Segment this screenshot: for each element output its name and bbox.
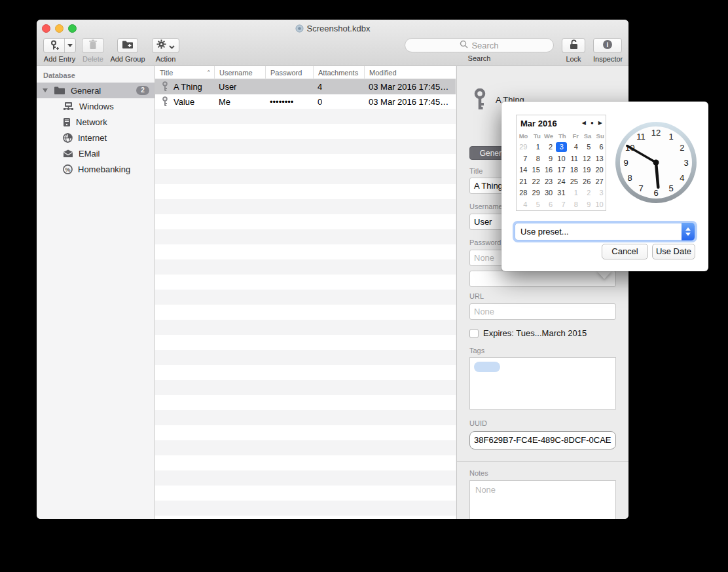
calendar-day[interactable]: 4 (568, 142, 581, 153)
sidebar-item-label: Network (76, 117, 107, 127)
url-field[interactable]: None (469, 303, 616, 320)
calendar-day[interactable]: 2 (543, 142, 555, 153)
calendar-day[interactable]: 26 (581, 176, 593, 188)
calendar-day[interactable]: 7 (517, 153, 530, 165)
sidebar-item-internet[interactable]: Internet (37, 130, 155, 145)
delete-button[interactable] (82, 38, 104, 53)
calendar-day[interactable]: 9 (543, 153, 555, 165)
calendar-day[interactable]: 19 (581, 164, 593, 176)
column-header-username[interactable]: Username (214, 66, 265, 79)
entry-row-value[interactable]: ValueMe••••••••003 Mar 2016 17:45… (155, 94, 456, 109)
calendar-day[interactable]: 31 (555, 187, 568, 199)
action-label: Action (152, 55, 179, 63)
calendar-day[interactable]: 27 (593, 176, 606, 188)
preset-select[interactable]: Use preset... (515, 223, 695, 240)
entry-key-icon (471, 88, 488, 115)
sidebar-item-label: EMail (79, 149, 100, 159)
add-entry-key-icon[interactable] (44, 39, 64, 52)
column-header-attachments[interactable]: Attachments (313, 66, 364, 79)
calendar-day[interactable]: 20 (593, 164, 606, 176)
password-repeat-field[interactable] (469, 271, 616, 287)
sidebar-section-header: Database (43, 71, 75, 79)
calendar-day[interactable]: 18 (568, 164, 581, 176)
column-header-password[interactable]: Password (265, 66, 313, 79)
calendar-day[interactable]: 6 (543, 199, 555, 211)
calendar-day[interactable]: 12 (581, 153, 593, 165)
notes-label: Notes (469, 469, 488, 477)
calendar-day[interactable]: 17 (555, 164, 568, 176)
calendar-day[interactable]: 22 (530, 176, 542, 188)
cancel-button[interactable]: Cancel (602, 244, 648, 259)
calendar-day[interactable]: 5 (581, 142, 593, 153)
entry-row-a-thing[interactable]: A ThingUser403 Mar 2016 17:45… (155, 79, 456, 94)
calendar-day[interactable]: 2 (581, 187, 593, 199)
calendar-day[interactable]: 29 (530, 187, 542, 199)
add-entry-dropdown[interactable] (64, 39, 75, 52)
use-date-button[interactable]: Use Date (652, 244, 695, 259)
calendar-day[interactable]: 8 (530, 153, 542, 165)
calendar-day[interactable]: 10 (555, 153, 568, 165)
entry-attachments: 4 (318, 79, 322, 94)
calendar-day[interactable]: 1 (530, 142, 542, 153)
column-header-modified[interactable]: Modified (364, 66, 456, 79)
entry-title: Value (173, 94, 194, 109)
calendar-next-button[interactable]: ▶ (598, 120, 602, 126)
clock-numeral: 2 (680, 143, 684, 153)
calendar-day-selected[interactable]: 3 (555, 142, 568, 153)
tag-token[interactable] (474, 362, 500, 372)
sidebar-item-homebanking[interactable]: %Homebanking (37, 161, 155, 177)
calendar-day[interactable]: 9 (581, 199, 593, 211)
uuid-field[interactable]: 38F629B7-FC4E-489C-8DCF-0CAE (469, 431, 616, 449)
info-icon: i (602, 39, 613, 52)
lock-button[interactable] (562, 38, 585, 53)
add-group-label: Add Group (108, 55, 147, 63)
calendar-today-button[interactable]: ● (591, 120, 594, 126)
calendar-day[interactable]: 29 (517, 142, 530, 153)
tags-field[interactable] (469, 357, 616, 410)
calendar-day[interactable]: 16 (543, 164, 555, 176)
uuid-label: UUID (469, 419, 487, 427)
entry-list-background[interactable] (155, 109, 456, 519)
action-button[interactable] (152, 38, 179, 53)
inspector-button[interactable]: i (593, 38, 622, 53)
calendar-day[interactable]: 14 (517, 164, 530, 176)
calendar-day[interactable]: 11 (568, 153, 581, 165)
sidebar-item-network[interactable]: Network (37, 114, 155, 130)
add-entry-button[interactable] (43, 38, 76, 53)
calendar-day[interactable]: 10 (593, 199, 606, 211)
entry-attachments: 0 (318, 94, 322, 109)
entry-username: User (219, 79, 236, 94)
document-proxy-icon[interactable] (295, 24, 304, 35)
calendar-day[interactable]: 6 (593, 142, 606, 153)
add-group-button[interactable] (117, 38, 138, 53)
calendar-day[interactable]: 30 (543, 187, 555, 199)
expires-checkbox[interactable] (469, 329, 479, 338)
calendar-day[interactable]: 7 (555, 199, 568, 211)
sidebar-item-general[interactable]: General 2 (37, 83, 155, 98)
clock-center (653, 160, 659, 166)
calendar-day[interactable]: 15 (530, 164, 542, 176)
calendar-day[interactable]: 24 (555, 176, 568, 188)
calendar-day[interactable]: 25 (568, 176, 581, 188)
calendar-day[interactable]: 4 (517, 199, 530, 211)
sidebar-item-windows[interactable]: Windows (37, 98, 155, 114)
column-header-title[interactable]: Title (155, 66, 214, 79)
title-field-label: Title (469, 167, 482, 175)
sidebar-item-email[interactable]: EMail (37, 145, 155, 161)
calendar-day[interactable]: 3 (593, 187, 606, 199)
entry-username: Me (219, 94, 230, 109)
notes-field[interactable]: None (469, 480, 616, 519)
search-input[interactable]: Search (405, 38, 554, 52)
weekday-label: Th (555, 132, 568, 140)
calendar-day[interactable]: 28 (517, 187, 530, 199)
calendar-prev-button[interactable]: ◀ (582, 120, 586, 126)
search-toolbar-label: Search (405, 54, 554, 62)
disclosure-triangle-icon[interactable] (43, 88, 48, 92)
clock-numeral: 11 (636, 132, 646, 142)
calendar-day[interactable]: 5 (530, 199, 542, 211)
calendar-day[interactable]: 13 (593, 153, 606, 165)
calendar-day[interactable]: 23 (543, 176, 555, 188)
calendar-day[interactable]: 1 (568, 187, 581, 199)
calendar-day[interactable]: 8 (568, 199, 581, 211)
calendar-day[interactable]: 21 (517, 176, 530, 188)
